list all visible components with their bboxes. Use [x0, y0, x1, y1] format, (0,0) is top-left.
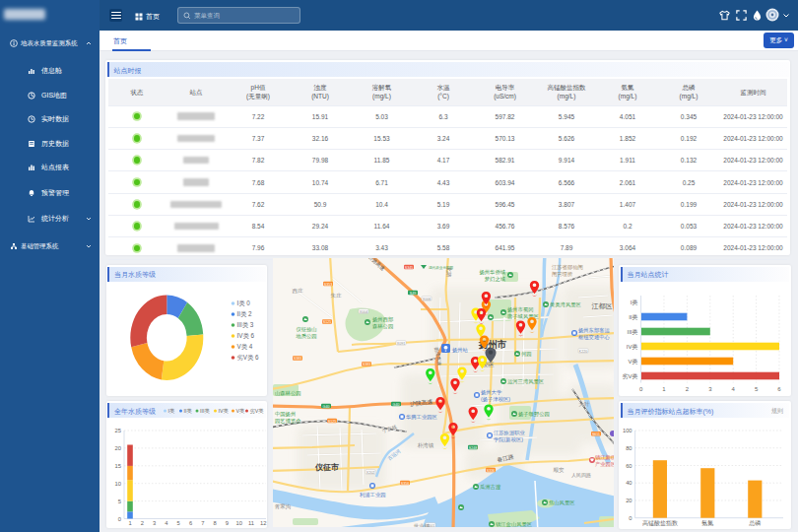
svg-text:朴湾镇: 朴湾镇 [417, 442, 434, 449]
svg-text:7: 7 [201, 520, 204, 526]
svg-text:劣V类 6: 劣V类 6 [236, 354, 259, 362]
svg-text:山森林公园: 山森林公园 [275, 390, 300, 397]
svg-text:闸管理所: 闸管理所 [552, 271, 572, 278]
svg-text:朱庄: 朱庄 [331, 293, 343, 299]
svg-text:G40: G40 [323, 405, 330, 409]
svg-text:运河三湾风景区: 运河三湾风景区 [507, 378, 545, 384]
svg-text:学院(新校区): 学院(新校区) [494, 436, 523, 443]
svg-text:G40: G40 [393, 403, 400, 407]
svg-text:20: 20 [626, 498, 632, 503]
svg-text:大叶: 大叶 [579, 401, 591, 407]
svg-text:枢纽交通中心: 枢纽交通中心 [578, 334, 610, 340]
svg-text:0: 0 [117, 516, 120, 522]
svg-text:10: 10 [114, 481, 120, 487]
svg-text:S49: S49 [410, 292, 416, 296]
svg-text:20: 20 [114, 445, 120, 451]
svg-text:S356: S356 [401, 482, 409, 486]
svg-text:顺安: 顺安 [554, 467, 565, 473]
svg-text:现代农业示范园: 现代农业示范园 [429, 265, 454, 270]
svg-text:10: 10 [235, 520, 241, 526]
svg-text:4: 4 [732, 385, 736, 391]
svg-text:11: 11 [247, 520, 253, 526]
svg-text:15: 15 [114, 463, 120, 469]
svg-text:华腾工业园区: 华腾工业园区 [406, 414, 437, 421]
svg-text:2: 2 [686, 385, 690, 391]
svg-text:100: 100 [623, 428, 632, 433]
svg-text:0: 0 [629, 515, 632, 521]
svg-text:II类 2: II类 2 [236, 310, 252, 317]
svg-text:瓜洲古渡: 瓜洲古渡 [480, 484, 501, 491]
svg-text:12: 12 [260, 520, 266, 526]
svg-text:0: 0 [639, 385, 643, 391]
svg-text:世业镇: 世业镇 [414, 523, 431, 527]
svg-text:X004: X004 [360, 310, 367, 314]
svg-text:X091: X091 [397, 342, 405, 346]
svg-text:S248: S248 [469, 446, 477, 450]
svg-text:25: 25 [114, 428, 120, 433]
svg-text:II类: II类 [629, 313, 637, 319]
svg-text:X006: X006 [423, 298, 431, 301]
svg-text:80: 80 [626, 445, 632, 451]
svg-text:利浦工业园: 利浦工业园 [360, 492, 385, 499]
svg-text:人民四路: 人民四路 [571, 472, 591, 479]
svg-text:总磷: 总磷 [748, 520, 761, 526]
svg-text:5: 5 [117, 499, 120, 504]
svg-text:镇江新(区): 镇江新(区) [595, 454, 614, 460]
svg-text:S383: S383 [294, 357, 301, 361]
svg-text:扬子颂野公园: 扬子颂野公园 [518, 411, 550, 418]
svg-text:劣V类: 劣V类 [622, 372, 637, 379]
svg-text:60: 60 [626, 463, 632, 469]
svg-text:I类: I类 [631, 299, 638, 304]
svg-text:2: 2 [140, 520, 143, 526]
svg-text:仪征市: 仪征市 [314, 462, 339, 472]
svg-text:高锰酸盐指数: 高锰酸盐指数 [642, 519, 678, 527]
svg-text:III类: III类 [627, 328, 637, 334]
svg-text:3: 3 [152, 520, 155, 526]
svg-text:S345: S345 [405, 266, 413, 270]
svg-text:梦幻之城: 梦幻之城 [485, 276, 506, 283]
svg-text:IV类: IV类 [627, 343, 638, 349]
svg-text:8: 8 [213, 520, 216, 526]
svg-text:5: 5 [755, 385, 759, 391]
svg-text:氨氮: 氨氮 [701, 519, 713, 526]
svg-text:6: 6 [188, 520, 191, 526]
svg-text:5: 5 [176, 520, 179, 526]
svg-text:1: 1 [128, 520, 131, 526]
svg-text:焦山风景区: 焦山风景区 [549, 499, 575, 505]
svg-text:V类 4: V类 4 [236, 343, 252, 350]
svg-text:S611: S611 [592, 432, 600, 436]
svg-text:9: 9 [225, 520, 228, 526]
svg-text:S125: S125 [328, 420, 336, 424]
svg-text:X202: X202 [366, 471, 374, 475]
svg-text:森林公园: 森林公园 [372, 323, 393, 330]
svg-text:江都区: 江都区 [592, 302, 613, 310]
svg-text:I类 0: I类 0 [236, 299, 250, 306]
svg-text:胥家沟: 胥家沟 [275, 503, 292, 510]
svg-text:产业园区: 产业园区 [595, 461, 614, 468]
svg-text:S353: S353 [324, 283, 332, 287]
svg-text:40: 40 [626, 480, 632, 486]
svg-text:S125: S125 [323, 320, 331, 324]
svg-text:黄奥湾风景区: 黄奥湾风景区 [550, 301, 581, 307]
svg-text:镇江金山风景区: 镇江金山风景区 [496, 521, 533, 527]
svg-text:3: 3 [708, 385, 712, 391]
svg-text:IV类 6: IV类 6 [236, 332, 254, 339]
svg-text:6: 6 [777, 385, 781, 391]
svg-text:III类 3: III类 3 [236, 321, 253, 328]
svg-text:西庄: 西庄 [293, 288, 304, 295]
svg-text:4: 4 [165, 520, 168, 526]
svg-text:扬州站: 扬州站 [452, 347, 469, 354]
svg-text:何园: 何园 [521, 351, 532, 358]
svg-text:1: 1 [662, 385, 666, 391]
svg-text:K220: K220 [579, 350, 587, 354]
svg-text:S383: S383 [363, 363, 370, 366]
svg-text:S336: S336 [487, 469, 495, 473]
svg-text:地质公园: 地质公园 [295, 333, 316, 340]
svg-text:园艺博览会: 园艺博览会 [275, 418, 301, 425]
svg-text:(扬子津校区): (扬子津校区) [481, 396, 510, 403]
svg-text:V类: V类 [628, 358, 637, 364]
